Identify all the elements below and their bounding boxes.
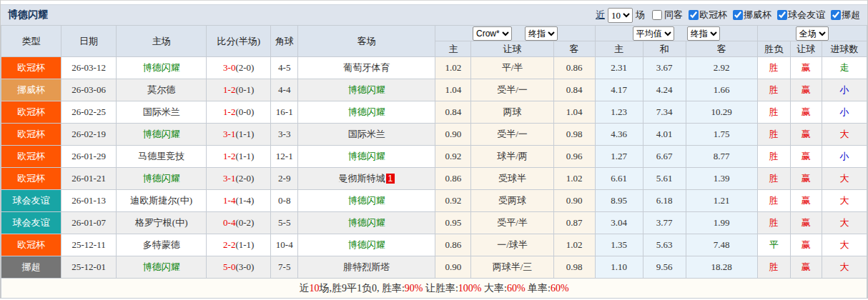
home-team: 马德里竞技 — [117, 146, 207, 168]
europe-away-odds: 1.21 — [686, 190, 757, 212]
handicap-away-odds: 1.04 — [553, 101, 595, 124]
halftime-score: (0-2) — [235, 217, 254, 228]
match-row: 欧冠杯 26-02-19 博德闪耀 3-1(1-1) 3-3 国际米兰 0.90… — [1, 124, 867, 146]
europe-home-odds: 1.27 — [595, 146, 643, 168]
europe-group-header: 平均值 终指 — [595, 26, 757, 41]
away-team-name: 博德闪耀 — [348, 151, 385, 161]
competition-type-tag: 挪威杯 — [1, 79, 61, 101]
away-team-name: 博德闪耀 — [348, 84, 385, 95]
europe-draw-odds: 4.24 — [643, 79, 686, 101]
recent-link[interactable]: 近 — [596, 9, 605, 21]
handicap-away-odds: 0.86 — [553, 57, 595, 79]
away-team-name: 葡萄牙体育 — [343, 62, 390, 73]
away-team-name: 国际米兰 — [348, 129, 385, 139]
away-team: 博德闪耀 — [298, 212, 435, 234]
halftime-score: (0-0) — [235, 106, 254, 117]
handicap-home-odds: 0.92 — [435, 190, 471, 212]
score-cell: 0-4(0-2) — [207, 212, 271, 234]
away-team: 博德闪耀 — [298, 79, 435, 101]
recent-count-select[interactable]: 10 — [608, 8, 633, 23]
fulltime-score: 3-1 — [223, 173, 235, 184]
europe-away-odds: 1.75 — [686, 124, 757, 146]
corner-count: 12-1 — [271, 146, 298, 168]
away-team-name: 博德闪耀 — [348, 195, 385, 206]
competition-type-tag: 欧冠杯 — [1, 168, 61, 190]
score-cell: 3-1(1-1) — [207, 124, 271, 146]
corner-count: 4-4 — [271, 79, 298, 101]
corner-count: 0-8 — [271, 190, 298, 212]
competition-checkbox-label: 球会友谊 — [788, 9, 825, 21]
col-header-hcap-result: 让球 — [790, 41, 822, 57]
handicap-line: 两球半/三 — [471, 256, 553, 279]
outcome-result: 胜 — [757, 101, 790, 124]
fulltime-score: 1-2 — [223, 84, 235, 95]
goals-result: 大 — [822, 168, 867, 190]
europe-draw-odds: 6.67 — [643, 146, 686, 168]
outcome-result: 胜 — [757, 79, 790, 101]
fulltime-score: 2-2 — [223, 239, 235, 250]
goals-result: 大 — [822, 212, 867, 234]
col-header-date: 日期 — [61, 26, 117, 57]
home-team: 博德闪耀 — [117, 124, 207, 146]
summary-value: 60% — [507, 283, 526, 294]
europe-home-odds: 4.36 — [595, 124, 643, 146]
filters: 近 10 场 同客 欧冠杯挪威杯球会友谊挪超 — [596, 8, 860, 23]
competition-checkbox-4[interactable] — [831, 10, 841, 20]
result-scope-select[interactable]: 全场 — [796, 26, 829, 41]
away-team-name: 博德闪耀 — [348, 217, 385, 228]
europe-away-odds: 7.48 — [686, 234, 757, 256]
home-team: 莫尔德 — [117, 79, 207, 101]
fulltime-score: 5-0 — [223, 261, 235, 272]
away-team: 国际米兰 — [298, 124, 435, 146]
handicap-home-odds: 0.90 — [435, 124, 471, 146]
handicap-away-odds: 1.02 — [553, 168, 595, 190]
competition-checkbox-label: 挪威杯 — [744, 9, 771, 21]
outcome-result: 胜 — [757, 57, 790, 79]
competition-checkbox-1[interactable] — [689, 10, 699, 20]
score-cell: 1-2(1-1) — [207, 146, 271, 168]
handicap-line: 受半/一 — [471, 124, 553, 146]
away-team-name: 博德闪耀 — [348, 239, 385, 250]
outcome-result: 胜 — [757, 146, 790, 168]
handicap-home-odds: 1.02 — [435, 57, 471, 79]
handicap-time-select[interactable]: 终指 — [525, 26, 558, 41]
europe-away-odds: 18.28 — [686, 256, 757, 279]
home-team: 博德闪耀 — [117, 57, 207, 79]
match-stats-panel: 博德闪耀 近 10 场 同客 欧冠杯挪威杯球会友谊挪超 类型 日期 — [0, 0, 868, 299]
handicap-away-odds: 0.96 — [553, 146, 595, 168]
outcome-result: 胜 — [757, 212, 790, 234]
match-date: 25-12-11 — [61, 234, 117, 256]
outcome-result: 胜 — [757, 168, 790, 190]
halftime-score: (1-1) — [235, 239, 254, 250]
outcome-result: 胜 — [757, 256, 790, 279]
competition-checkbox-2[interactable] — [733, 10, 743, 20]
away-team-name: 曼彻斯特城 — [339, 173, 385, 184]
away-team: 腓特烈斯塔 — [298, 256, 435, 279]
europe-time-select[interactable]: 终指 — [687, 26, 720, 41]
away-team: 博德闪耀 — [298, 190, 435, 212]
col-header-euro-draw: 和 — [643, 41, 686, 57]
summary-text: 大率: — [482, 283, 507, 294]
score-cell: 3-1(2-0) — [207, 168, 271, 190]
same-away-checkbox[interactable] — [652, 10, 662, 20]
match-history-table: 类型 日期 主场 比分(半场) 角球 客场 Crow* 终指 平均值 — [1, 25, 867, 279]
match-row: 球会友谊 26-01-07 格罗宁根(中) 0-4(0-2) 5-5 博德闪耀 … — [1, 212, 867, 234]
away-team-name: 腓特烈斯塔 — [343, 261, 390, 272]
match-date: 26-01-21 — [61, 168, 117, 190]
match-row: 欧冠杯 25-12-11 多特蒙德 2-2(1-1) 10-4 博德闪耀 0.8… — [1, 234, 867, 256]
europe-source-select[interactable]: 平均值 — [633, 26, 674, 41]
handicap-away-odds: 0.87 — [553, 212, 595, 234]
home-team: 迪欧斯捷尔(中) — [117, 190, 207, 212]
europe-away-odds: 1.39 — [686, 168, 757, 190]
europe-draw-odds: 5.61 — [643, 168, 686, 190]
handicap-result: 赢 — [790, 124, 822, 146]
europe-home-odds: 3.04 — [595, 212, 643, 234]
handicap-source-select[interactable]: Crow* — [473, 26, 512, 41]
competition-type-tag: 球会友谊 — [1, 212, 61, 234]
competition-checkbox-3[interactable] — [777, 10, 787, 20]
col-header-corner: 角球 — [271, 26, 298, 57]
halftime-score: (2-0) — [235, 62, 254, 73]
handicap-away-odds: 0.84 — [553, 79, 595, 101]
away-team: 博德闪耀 — [298, 101, 435, 124]
summary-text: 近 — [299, 283, 309, 294]
